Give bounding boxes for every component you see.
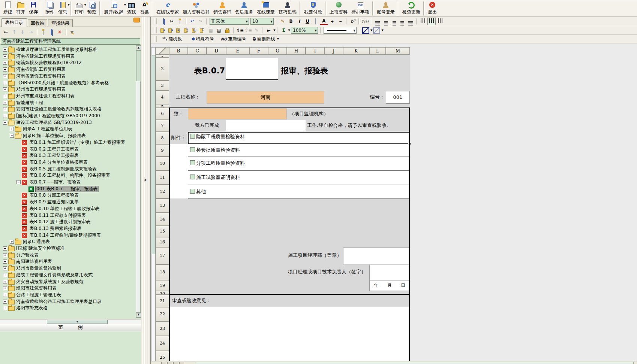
tree-item-label[interactable]: 洛阳市补充表格 — [15, 305, 48, 311]
tree-item-label[interactable]: 郑州市质量监督站监制 — [15, 266, 62, 271]
vertical-text-right-button[interactable] — [436, 18, 444, 25]
tree-item-label[interactable]: 表B.0.11 工程款支付报审表 — [29, 213, 87, 218]
collapse-sidebar-icon[interactable]: ◄ — [144, 177, 146, 182]
row-height-decrease-button[interactable]: ⇕≡ — [244, 27, 252, 34]
row-header-9[interactable]: 9 — [156, 144, 169, 157]
align-justify-button[interactable] — [374, 18, 381, 25]
tree-item-label[interactable]: 建筑工程管理文件资料形成及常用表式 — [15, 272, 93, 278]
tree-horizontal-scrollbar[interactable]: ▼ — [0, 319, 141, 324]
redo-button[interactable]: ↷ — [197, 18, 204, 25]
cut-button[interactable]: ✂ — [168, 18, 175, 25]
tree-item-label[interactable]: 表B.0.3 工程复工报审表 — [29, 153, 79, 158]
align-right-button[interactable] — [399, 18, 406, 25]
example-panel-header[interactable]: 范 例 — [0, 324, 141, 331]
completed-input[interactable] — [226, 120, 306, 131]
tree-item-label[interactable]: 表B.0.13 费用索赔报审表 — [29, 226, 82, 231]
tree-item[interactable]: +洛阳市补充表格 — [0, 305, 141, 311]
tree-item[interactable]: +河南省建筑工程现场资料用表 — [0, 53, 141, 60]
fill-pattern-button[interactable]: ▦ — [207, 27, 214, 34]
tree-item-label[interactable]: 附录A 工程监理单位用表 — [22, 126, 73, 132]
row-header-11[interactable]: 11 — [156, 170, 169, 185]
tree-item-label[interactable]: 钢筋焊接及验收规程JGJ18-2012 — [15, 60, 82, 66]
tree-item[interactable]: +附录C 通用表 — [0, 239, 141, 245]
column-header-D[interactable]: D — [207, 47, 226, 55]
info-button[interactable]: ▼信息 — [56, 0, 69, 16]
select-pointer-button[interactable]: ► — [265, 27, 273, 34]
tree-hscroll-thumb[interactable]: ▼ — [47, 320, 108, 324]
tree-item[interactable]: +[国标]建设工程监理规范 GB50319-2000 — [0, 113, 141, 119]
tree-item[interactable]: ✕表B.0.1 施工组织设计/（专项）施工方案报审表 — [0, 139, 141, 146]
tree-header-button[interactable] — [133, 18, 140, 22]
tree-item-label[interactable]: 表B.0.10 单位工程竣工验收报审表 — [29, 206, 100, 212]
tree-item[interactable]: ✕表B.0.10 单位工程竣工验收报审表 — [0, 206, 141, 212]
chevron-down-icon[interactable]: ▼ — [273, 29, 275, 32]
font-size-select[interactable]: 10 ▼ — [250, 18, 274, 25]
tips-button[interactable]: 技巧集锦 — [277, 0, 298, 16]
expand-icon[interactable]: + — [3, 273, 7, 277]
line-style-select[interactable]: ▼ — [324, 27, 357, 34]
tree-item[interactable]: ✕表B.0.12 施工进度计划报审表 — [0, 219, 141, 225]
fraction-button[interactable]: (¹/a) — [361, 18, 369, 25]
column-header-C[interactable]: C — [188, 47, 207, 55]
expand-icon[interactable]: + — [3, 74, 7, 78]
tree-item-label[interactable]: 表B.0.14 工程临时/最终延期报审表 — [29, 233, 102, 238]
tree-item[interactable]: ✕表B.0.13 费用索赔报审表 — [0, 225, 141, 232]
tree-item[interactable]: +建筑工程管理文件资料形成及常用表式 — [0, 272, 141, 278]
expert-button[interactable]: e在线找专家 — [154, 0, 181, 16]
row-header-15[interactable]: 15 — [156, 226, 169, 237]
group-button[interactable]: 加入资料员群 — [181, 0, 211, 16]
attachment-checkbox[interactable] — [190, 160, 195, 165]
tree-item-label[interactable]: 表B.0.2 工程开工报审表 — [29, 146, 79, 152]
row-height-increase-button[interactable]: ⇕≡ — [236, 27, 244, 34]
tree-item[interactable]: ✕表B.0.9 监理通知回复单 — [0, 199, 141, 205]
row-header-14[interactable]: 14 — [156, 213, 169, 226]
sheet-scroll-thumb[interactable] — [152, 55, 156, 254]
first-sheet-button[interactable] — [161, 362, 166, 364]
chevron-down-icon[interactable]: ▼ — [315, 29, 317, 32]
scroll-down-icon[interactable]: ▼ — [136, 312, 141, 318]
superscript-button[interactable]: b² — [349, 18, 357, 25]
tree-item-label[interactable]: [国标]建设工程监理规范 GB50319-2000 — [15, 113, 101, 119]
tree-item-label[interactable]: 郑州市重点建设工程资料用表 — [15, 93, 75, 99]
row-header-4[interactable]: 4 — [156, 91, 169, 104]
save-button[interactable]: 保存 — [27, 0, 40, 16]
tree-item[interactable]: +《GB50300系列施工质量验收规范》参考表格 — [0, 80, 141, 86]
to-field[interactable] — [188, 108, 287, 119]
selection-fill-handle[interactable] — [408, 142, 411, 145]
tree-item[interactable]: −✕表B.0.7 ----报审、报验表 — [0, 179, 141, 185]
row-header-20[interactable]: 20 — [156, 291, 169, 295]
tree-item[interactable]: +郑州市工程现场资料用表 — [0, 86, 141, 92]
login-button[interactable]: 账号登录 — [375, 0, 397, 16]
expand-icon[interactable]: + — [3, 81, 7, 85]
tree-item-label[interactable]: 表B.0.9 监理通知回复单 — [29, 199, 79, 205]
copy-button[interactable] — [160, 18, 167, 25]
nav-up-icon[interactable]: ↑ — [10, 29, 18, 36]
paste-button[interactable] — [176, 18, 184, 25]
tree-item[interactable]: ✕表B.0.2 工程开工报审表 — [0, 146, 141, 152]
border-draw-button[interactable] — [362, 27, 369, 34]
tree-item-label[interactable]: 火灾自动报警系统施工及验收规范 — [15, 279, 84, 285]
project-name-field[interactable]: 河南 — [207, 91, 324, 104]
expand-icon[interactable]: + — [3, 306, 7, 310]
tree-item[interactable]: +河南省装饰工程资料用表 — [0, 73, 141, 79]
tree-item[interactable]: ✕001-表B.0.7 ----报审、报验表 — [0, 186, 141, 192]
tree-item[interactable]: +南阳建筑资料用表 — [0, 258, 141, 265]
column-header-E[interactable]: E — [226, 47, 249, 55]
expand-icon[interactable]: + — [3, 280, 7, 284]
fill-color-button[interactable] — [312, 18, 319, 25]
find-button[interactable]: 查找 — [125, 0, 138, 16]
table-grid-button[interactable]: ▤ — [215, 27, 223, 34]
tree-item-label[interactable]: 表B.0.7 ----报审、报验表 — [29, 179, 81, 185]
tree-item[interactable]: ✕表B.0.3 工程复工报审表 — [0, 152, 141, 159]
tree-item-label[interactable]: 表B.0.5 施工控制测量成果报验表 — [29, 166, 97, 172]
tree-item-label[interactable]: 分户验收表 — [15, 252, 39, 258]
column-header-F[interactable]: F — [249, 47, 268, 55]
tree-item-label[interactable]: 001-表B.0.7 ----报审、报验表 — [36, 186, 99, 192]
underline-button[interactable]: U — [304, 18, 311, 25]
chevron-down-icon[interactable]: ▼ — [370, 29, 372, 32]
tree-scroll-thumb[interactable] — [136, 51, 141, 81]
row-header-23[interactable]: 23 — [156, 321, 169, 336]
row-header-7[interactable]: 7 — [156, 120, 169, 132]
collapse-icon[interactable]: − — [3, 121, 7, 125]
tree-item[interactable]: −建设工程监理规范 GB/T50319-2013 — [0, 119, 141, 126]
